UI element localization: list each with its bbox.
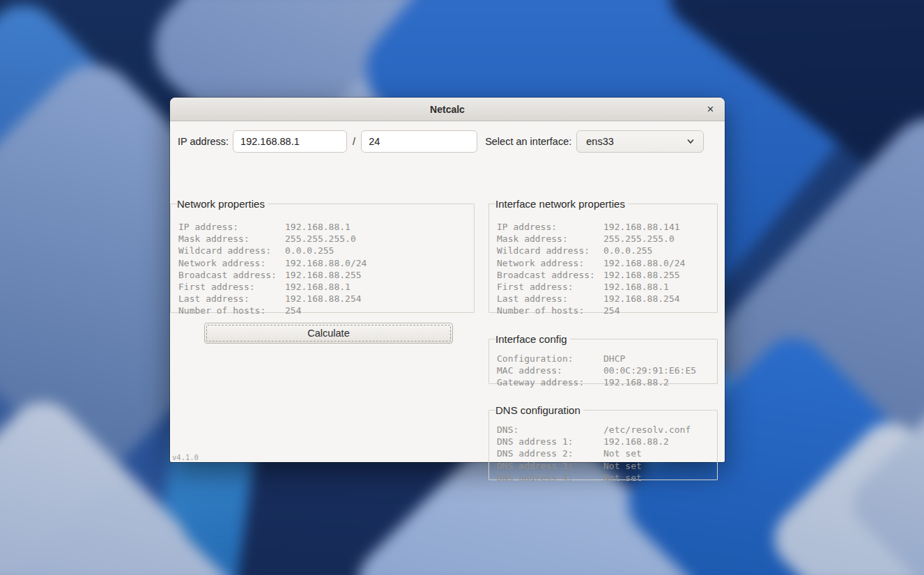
property-row: DNS address 4:Not set: [497, 472, 711, 484]
window-body: IP address: / Select an interface: ens33…: [170, 121, 725, 462]
property-label: Configuration:: [497, 353, 603, 365]
property-label: Number of hosts:: [178, 305, 285, 316]
property-row: Wildcard address:0.0.0.255: [497, 245, 711, 256]
property-row: Configuration:DHCP: [497, 353, 711, 365]
dns-configuration-group: DNS configuration DNS:/etc/resolv.conf D…: [488, 404, 718, 480]
property-label: Wildcard address:: [497, 245, 603, 256]
property-row: DNS address 1:192.168.88.2: [497, 436, 711, 447]
ip-address-label: IP address:: [178, 136, 229, 147]
property-label: Last address:: [497, 293, 603, 305]
property-row: Last address:192.168.88.254: [497, 293, 711, 305]
version-label: v4.1.0: [172, 453, 199, 461]
property-row: Network address:192.168.88.0/24: [497, 257, 711, 269]
property-label: Broadcast address:: [497, 269, 603, 281]
window-title: Netcalc: [430, 104, 465, 115]
property-label: Gateway address:: [497, 376, 603, 388]
property-row: IP address:192.168.88.1: [178, 221, 468, 233]
property-row: Broadcast address:192.168.88.255: [178, 269, 468, 281]
cidr-separator: /: [353, 136, 355, 147]
property-label: IP address:: [497, 221, 603, 233]
property-label: First address:: [178, 281, 285, 293]
netcalc-window: Netcalc × IP address: / Select an interf…: [170, 98, 725, 462]
interface-network-properties-title: Interface network properties: [495, 198, 628, 210]
property-value: 255.255.255.0: [285, 233, 356, 244]
property-row: Number of hosts:254: [178, 305, 468, 316]
input-row: IP address: / Select an interface: ens33: [170, 121, 725, 153]
property-label: MAC address:: [497, 365, 603, 376]
property-row: Broadcast address:192.168.88.255: [497, 269, 711, 281]
property-value: 192.168.88.0/24: [285, 258, 367, 268]
interface-config-title: Interface config: [495, 333, 570, 345]
ip-address-input[interactable]: [233, 130, 347, 153]
interface-dropdown[interactable]: ens33: [576, 130, 704, 153]
property-row: Gateway address:192.168.88.2: [497, 376, 711, 388]
property-value: 192.168.88.255: [285, 270, 362, 280]
property-value: 192.168.88.2: [603, 377, 669, 388]
property-value: 0.0.0.255: [603, 245, 652, 256]
prefix-length-input[interactable]: [361, 130, 477, 153]
network-properties-group: Network properties IP address:192.168.88…: [170, 198, 475, 313]
interface-select-label: Select an interface:: [485, 136, 571, 147]
property-row: Last address:192.168.88.254: [178, 293, 468, 305]
property-value: 192.168.88.1: [603, 282, 669, 292]
property-value: 192.168.88.2: [603, 436, 669, 447]
property-label: DNS:: [497, 424, 603, 436]
property-row: IP address:192.168.88.141: [497, 221, 711, 233]
chevron-down-icon: [686, 137, 695, 146]
titlebar[interactable]: Netcalc ×: [170, 98, 725, 121]
property-value: Not set: [603, 473, 642, 483]
property-label: Network address:: [497, 257, 603, 269]
interface-config-group: Interface config Configuration:DHCP MAC …: [488, 333, 718, 384]
calculate-button-label: Calculate: [307, 328, 349, 339]
property-value: 192.168.88.255: [603, 270, 680, 280]
property-row: DNS:/etc/resolv.conf: [497, 424, 711, 436]
interface-network-properties-group: Interface network properties IP address:…: [488, 198, 718, 313]
property-value: 192.168.88.0/24: [603, 258, 685, 268]
property-label: First address:: [497, 281, 603, 293]
property-label: DNS address 2:: [497, 447, 603, 459]
property-value: 192.168.88.1: [285, 282, 351, 292]
property-label: Broadcast address:: [178, 269, 285, 281]
property-value: 192.168.88.1: [285, 222, 351, 232]
property-label: Mask address:: [497, 233, 603, 245]
property-value: 255.255.255.0: [603, 233, 675, 244]
property-row: Mask address:255.255.255.0: [178, 233, 468, 245]
property-value: 0.0.0.255: [285, 245, 334, 256]
property-label: Wildcard address:: [178, 245, 285, 256]
property-label: IP address:: [178, 221, 285, 233]
property-value: Not set: [603, 461, 642, 471]
property-label: DNS address 4:: [497, 472, 603, 484]
close-button[interactable]: ×: [701, 100, 720, 118]
property-value: 192.168.88.141: [603, 222, 680, 232]
property-value: 00:0C:29:91:E6:E5: [603, 365, 696, 376]
property-row: First address:192.168.88.1: [178, 281, 468, 293]
property-row: Wildcard address:0.0.0.255: [178, 245, 468, 256]
property-label: DNS address 3:: [497, 460, 603, 472]
network-properties-title: Network properties: [177, 198, 268, 210]
property-row: Mask address:255.255.255.0: [497, 233, 711, 245]
property-value: /etc/resolv.conf: [603, 424, 691, 435]
property-value: DHCP: [603, 353, 625, 364]
property-row: Network address:192.168.88.0/24: [178, 257, 468, 269]
property-value: 254: [285, 305, 301, 316]
property-value: 254: [603, 305, 619, 316]
property-row: First address:192.168.88.1: [497, 281, 711, 293]
interface-dropdown-value: ens33: [586, 136, 614, 147]
property-label: Last address:: [178, 293, 285, 305]
property-row: Number of hosts:254: [497, 305, 711, 316]
property-label: Mask address:: [178, 233, 285, 245]
property-row: MAC address:00:0C:29:91:E6:E5: [497, 365, 711, 376]
property-value: 192.168.88.254: [603, 293, 680, 304]
property-label: DNS address 1:: [497, 436, 603, 447]
dns-configuration-title: DNS configuration: [495, 404, 583, 416]
property-row: DNS address 2:Not set: [497, 447, 711, 459]
property-label: Number of hosts:: [497, 305, 603, 316]
close-icon: ×: [707, 102, 714, 116]
property-row: DNS address 3:Not set: [497, 460, 711, 472]
property-label: Network address:: [178, 257, 285, 269]
property-value: Not set: [603, 448, 642, 459]
calculate-button[interactable]: Calculate: [204, 323, 453, 344]
property-value: 192.168.88.254: [285, 293, 362, 304]
